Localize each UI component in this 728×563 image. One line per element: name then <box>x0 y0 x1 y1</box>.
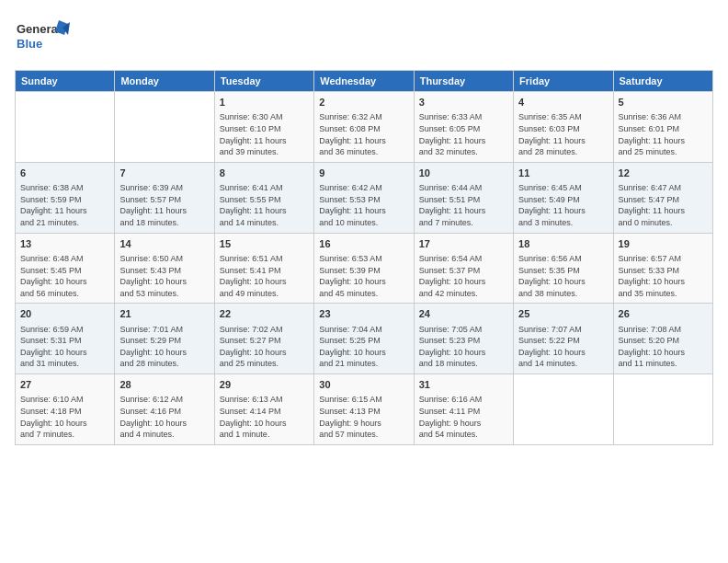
calendar-cell: 11Sunrise: 6:45 AMSunset: 5:49 PMDayligh… <box>514 162 613 233</box>
calendar-cell: 15Sunrise: 6:51 AMSunset: 5:41 PMDayligh… <box>214 233 313 304</box>
cell-info: Sunset: 5:20 PM <box>619 335 708 347</box>
cell-info: Daylight: 10 hours <box>518 347 608 359</box>
calendar-cell: 23Sunrise: 7:04 AMSunset: 5:25 PMDayligh… <box>314 304 414 374</box>
cell-info: Sunrise: 7:07 AM <box>518 324 608 336</box>
cell-info: Sunrise: 6:45 AM <box>518 182 608 194</box>
cell-info: Sunrise: 6:54 AM <box>419 253 508 265</box>
cell-info: Sunrise: 6:50 AM <box>119 253 209 265</box>
cell-info: and 38 minutes. <box>518 288 608 300</box>
svg-text:Blue: Blue <box>17 37 42 51</box>
cell-info: and 21 minutes. <box>20 217 109 229</box>
cell-info: Sunset: 5:22 PM <box>518 335 608 347</box>
cell-info: and 28 minutes. <box>518 146 608 158</box>
svg-text:General: General <box>17 22 61 36</box>
cell-info: Sunset: 4:13 PM <box>319 406 408 418</box>
cell-info: Sunset: 5:57 PM <box>119 194 209 206</box>
cell-info: Sunset: 5:31 PM <box>20 335 109 347</box>
cell-info: and 21 minutes. <box>319 358 408 370</box>
day-number: 21 <box>119 307 209 321</box>
cell-info: Sunset: 5:33 PM <box>619 265 708 277</box>
cell-info: and 7 minutes. <box>20 429 109 441</box>
cell-info: and 25 minutes. <box>619 146 708 158</box>
cell-info: and 14 minutes. <box>518 358 608 370</box>
cell-info: Sunrise: 7:08 AM <box>619 324 708 336</box>
weekday-header: Tuesday <box>214 71 313 92</box>
calendar-cell: 26Sunrise: 7:08 AMSunset: 5:20 PMDayligh… <box>613 304 712 374</box>
cell-info: Daylight: 10 hours <box>619 347 708 359</box>
cell-info: Sunset: 5:35 PM <box>518 265 608 277</box>
cell-info: and 36 minutes. <box>319 146 408 158</box>
calendar-cell: 10Sunrise: 6:44 AMSunset: 5:51 PMDayligh… <box>414 162 513 233</box>
logo-svg: General Blue <box>15 15 70 59</box>
cell-info: Daylight: 9 hours <box>319 418 408 430</box>
cell-info: Daylight: 10 hours <box>419 347 508 359</box>
cell-info: Sunset: 5:53 PM <box>319 194 408 206</box>
cell-info: Daylight: 10 hours <box>119 347 209 359</box>
day-number: 7 <box>119 167 209 180</box>
cell-info: Daylight: 10 hours <box>20 347 109 359</box>
calendar-cell: 22Sunrise: 7:02 AMSunset: 5:27 PMDayligh… <box>214 304 313 374</box>
calendar-header-row: SundayMondayTuesdayWednesdayThursdayFrid… <box>16 71 713 92</box>
calendar-cell: 5Sunrise: 6:36 AMSunset: 6:01 PMDaylight… <box>613 92 712 163</box>
day-number: 12 <box>619 167 708 180</box>
cell-info: Sunset: 5:27 PM <box>220 335 309 347</box>
cell-info: and 35 minutes. <box>619 288 708 300</box>
cell-info: Sunrise: 6:15 AM <box>319 394 408 406</box>
cell-info: Daylight: 10 hours <box>319 347 408 359</box>
cell-info: Daylight: 10 hours <box>220 347 309 359</box>
cell-info: Daylight: 11 hours <box>419 205 508 217</box>
cell-info: Sunrise: 6:13 AM <box>220 394 309 406</box>
cell-info: and 49 minutes. <box>220 288 309 300</box>
cell-info: Sunrise: 6:53 AM <box>319 253 408 265</box>
cell-info: and 42 minutes. <box>419 288 508 300</box>
cell-info: Sunrise: 6:48 AM <box>20 253 109 265</box>
cell-info: Sunset: 6:08 PM <box>319 123 408 135</box>
day-number: 30 <box>319 378 408 392</box>
cell-info: Sunrise: 6:38 AM <box>20 182 109 194</box>
cell-info: and 53 minutes. <box>119 288 209 300</box>
weekday-header: Friday <box>514 71 613 92</box>
calendar-cell <box>115 92 214 163</box>
cell-info: Daylight: 11 hours <box>319 205 408 217</box>
cell-info: Daylight: 11 hours <box>619 135 708 147</box>
weekday-header: Thursday <box>414 71 513 92</box>
cell-info: Sunrise: 6:44 AM <box>419 182 508 194</box>
cell-info: Sunset: 5:29 PM <box>119 335 209 347</box>
cell-info: Sunset: 5:23 PM <box>419 335 508 347</box>
calendar-cell: 2Sunrise: 6:32 AMSunset: 6:08 PMDaylight… <box>314 92 414 163</box>
calendar-cell: 28Sunrise: 6:12 AMSunset: 4:16 PMDayligh… <box>115 374 214 445</box>
day-number: 10 <box>419 167 508 180</box>
day-number: 27 <box>20 378 109 392</box>
day-number: 20 <box>20 307 109 321</box>
cell-info: and 25 minutes. <box>220 358 309 370</box>
calendar-cell: 12Sunrise: 6:47 AMSunset: 5:47 PMDayligh… <box>613 162 712 233</box>
day-number: 2 <box>319 96 408 109</box>
day-number: 14 <box>119 237 209 251</box>
cell-info: Sunrise: 6:51 AM <box>220 253 309 265</box>
cell-info: Daylight: 11 hours <box>319 135 408 147</box>
cell-info: Sunset: 5:47 PM <box>619 194 708 206</box>
calendar-cell <box>514 374 613 445</box>
calendar-cell: 6Sunrise: 6:38 AMSunset: 5:59 PMDaylight… <box>16 162 115 233</box>
cell-info: Daylight: 10 hours <box>20 418 109 430</box>
day-number: 28 <box>119 378 209 392</box>
cell-info: Daylight: 11 hours <box>419 135 508 147</box>
cell-info: Sunrise: 7:01 AM <box>119 324 209 336</box>
cell-info: Sunrise: 6:16 AM <box>419 394 508 406</box>
day-number: 9 <box>319 167 408 180</box>
day-number: 26 <box>619 307 708 321</box>
cell-info: Sunrise: 6:30 AM <box>220 111 309 123</box>
cell-info: Daylight: 11 hours <box>220 205 309 217</box>
cell-info: Sunrise: 6:59 AM <box>20 324 109 336</box>
cell-info: Sunset: 5:55 PM <box>220 194 309 206</box>
cell-info: Sunrise: 7:02 AM <box>220 324 309 336</box>
cell-info: Daylight: 10 hours <box>518 276 608 288</box>
calendar-cell: 9Sunrise: 6:42 AMSunset: 5:53 PMDaylight… <box>314 162 414 233</box>
cell-info: Sunrise: 6:56 AM <box>518 253 608 265</box>
cell-info: and 39 minutes. <box>220 146 309 158</box>
calendar-body: 1Sunrise: 6:30 AMSunset: 6:10 PMDaylight… <box>16 92 713 445</box>
cell-info: Sunrise: 6:41 AM <box>220 182 309 194</box>
cell-info: Sunrise: 7:05 AM <box>419 324 508 336</box>
day-number: 8 <box>220 167 309 180</box>
day-number: 22 <box>220 307 309 321</box>
